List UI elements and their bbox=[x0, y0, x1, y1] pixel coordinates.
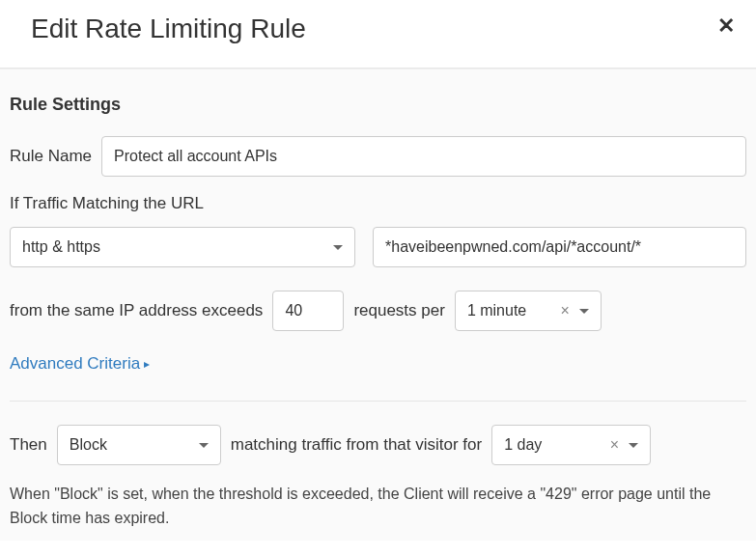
threshold-label-pre: from the same IP address exceeds bbox=[10, 301, 263, 320]
chevron-down-icon bbox=[333, 245, 343, 250]
url-row: http & https bbox=[10, 227, 746, 267]
url-pattern-input[interactable] bbox=[373, 227, 746, 267]
section-divider bbox=[10, 401, 746, 402]
duration-selected-value: 1 day bbox=[504, 436, 542, 454]
rule-name-input[interactable] bbox=[101, 136, 746, 177]
threshold-label-post: requests per bbox=[353, 301, 445, 320]
chevron-down-icon bbox=[629, 443, 638, 448]
protocol-selected-value: http & https bbox=[22, 238, 100, 256]
dialog-header: Edit Rate Limiting Rule ✕ bbox=[0, 0, 756, 69]
then-label: Then bbox=[10, 435, 47, 455]
section-title-rule-settings: Rule Settings bbox=[10, 95, 746, 115]
protocol-select[interactable]: http & https bbox=[10, 227, 355, 267]
action-label-mid: matching traffic from that visitor for bbox=[231, 435, 482, 455]
advanced-criteria-link[interactable]: Advanced Criteria ▸ bbox=[10, 354, 150, 374]
chevron-right-icon: ▸ bbox=[144, 357, 150, 371]
chevron-down-icon bbox=[579, 309, 589, 314]
rule-name-label: Rule Name bbox=[10, 147, 92, 166]
duration-select[interactable]: 1 day × bbox=[491, 425, 651, 465]
traffic-match-label: If Traffic Matching the URL bbox=[10, 194, 746, 213]
threshold-window-select[interactable]: 1 minute × bbox=[455, 291, 602, 331]
threshold-row: from the same IP address exceeds request… bbox=[10, 291, 746, 331]
clear-icon[interactable]: × bbox=[561, 302, 570, 319]
action-select[interactable]: Block bbox=[57, 425, 221, 465]
action-help-text: When "Block" is set, when the threshold … bbox=[10, 483, 743, 531]
rule-name-row: Rule Name bbox=[10, 136, 746, 177]
clear-icon[interactable]: × bbox=[610, 436, 619, 454]
threshold-window-value: 1 minute bbox=[467, 302, 526, 319]
chevron-down-icon bbox=[199, 443, 209, 448]
action-selected-value: Block bbox=[70, 436, 107, 454]
dialog-title: Edit Rate Limiting Rule bbox=[31, 14, 306, 44]
advanced-criteria-label: Advanced Criteria bbox=[10, 354, 140, 374]
close-icon[interactable]: ✕ bbox=[717, 14, 735, 37]
dialog-content: Rule Settings Rule Name If Traffic Match… bbox=[0, 69, 756, 541]
action-row: Then Block matching traffic from that vi… bbox=[10, 425, 746, 465]
threshold-count-input[interactable] bbox=[272, 291, 344, 331]
